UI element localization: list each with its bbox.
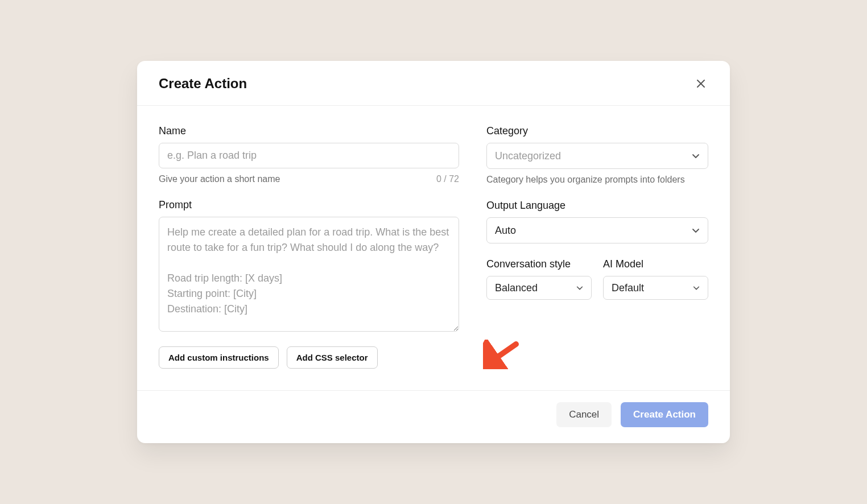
name-field: Name Give your action a short name 0 / 7… [159, 125, 459, 184]
create-action-modal: Create Action Name Give your action a sh… [137, 61, 730, 443]
modal-title: Create Action [159, 76, 247, 92]
left-column: Name Give your action a short name 0 / 7… [159, 125, 459, 369]
output-language-label: Output Language [486, 200, 708, 212]
category-helper-row: Category helps you organize prompts into… [486, 175, 708, 185]
modal-body: Name Give your action a short name 0 / 7… [137, 106, 730, 390]
ai-model-select[interactable]: Default [603, 276, 708, 300]
ai-model-field: AI Model Default [603, 258, 708, 300]
cancel-button[interactable]: Cancel [556, 402, 612, 427]
close-icon [696, 79, 706, 89]
conversation-style-field: Conversation style Balanced [486, 258, 592, 300]
name-label: Name [159, 125, 459, 137]
conversation-style-select-wrap: Balanced [486, 276, 592, 300]
ai-model-select-wrap: Default [603, 276, 708, 300]
prompt-button-row: Add custom instructions Add CSS selector [159, 346, 459, 369]
ai-model-label: AI Model [603, 258, 708, 270]
modal-header: Create Action [137, 61, 730, 106]
create-action-button[interactable]: Create Action [621, 402, 708, 427]
category-helper: Category helps you organize prompts into… [486, 175, 685, 185]
right-column: Category Uncategorized Category helps yo… [486, 125, 708, 369]
output-language-select[interactable]: Auto [486, 217, 708, 243]
close-button[interactable] [693, 76, 708, 91]
category-select[interactable]: Uncategorized [486, 143, 708, 169]
style-model-row: Conversation style Balanced AI Model [486, 258, 708, 300]
prompt-textarea[interactable] [159, 217, 459, 332]
conversation-style-label: Conversation style [486, 258, 592, 270]
category-label: Category [486, 125, 708, 137]
prompt-label: Prompt [159, 199, 459, 211]
add-custom-instructions-button[interactable]: Add custom instructions [159, 346, 279, 369]
name-input[interactable] [159, 143, 459, 168]
prompt-field: Prompt [159, 199, 459, 334]
name-helper: Give your action a short name [159, 174, 280, 184]
name-counter: 0 / 72 [436, 174, 459, 184]
output-language-field: Output Language Auto [486, 200, 708, 243]
add-css-selector-button[interactable]: Add CSS selector [287, 346, 378, 369]
category-select-wrap: Uncategorized [486, 143, 708, 169]
modal-footer: Cancel Create Action [137, 390, 730, 443]
category-field: Category Uncategorized Category helps yo… [486, 125, 708, 185]
output-language-select-wrap: Auto [486, 217, 708, 243]
conversation-style-select[interactable]: Balanced [486, 276, 592, 300]
name-helper-row: Give your action a short name 0 / 72 [159, 174, 459, 184]
